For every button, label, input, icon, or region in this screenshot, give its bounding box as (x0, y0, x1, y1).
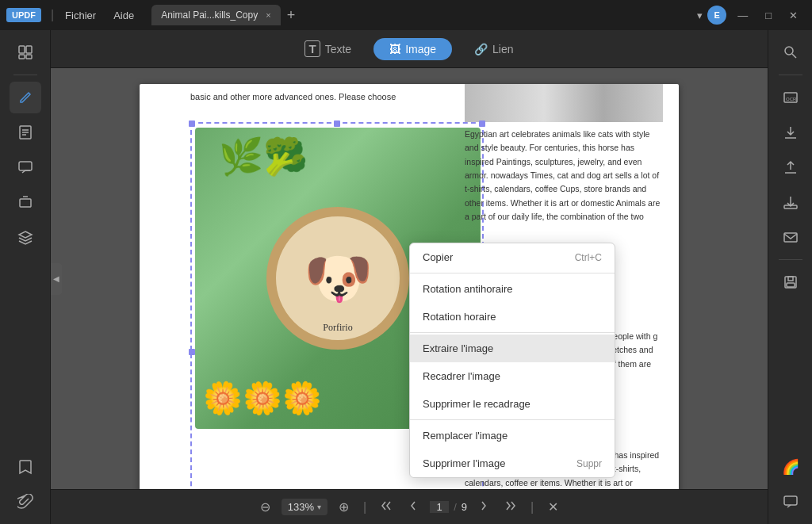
right-icon-mail[interactable] (775, 221, 806, 253)
dog-emoji: 🐶 (304, 246, 373, 311)
titlebar-dropdown[interactable]: ▾ (697, 10, 703, 21)
tab-add-button[interactable]: + (287, 7, 296, 24)
left-sidebar (0, 30, 51, 524)
current-tab[interactable]: Animal Pai...kills_Copy × (151, 5, 280, 25)
sidebar-icon-layers[interactable] (10, 221, 41, 253)
close-button[interactable]: ✕ (783, 10, 804, 21)
titlebar-right: ▾ E — □ ✕ (697, 6, 804, 25)
menu-item-extraire[interactable]: Extraire l'image (410, 335, 615, 362)
tab-area: Animal Pai...kills_Copy × + (151, 5, 697, 25)
svg-rect-24 (784, 496, 797, 505)
nav-pipe: | (530, 500, 534, 514)
right-icon-ocr[interactable]: OCR (775, 82, 806, 113)
bottom-toolbar: ⊖ 133% ▾ ⊕ | / 9 | (51, 489, 768, 524)
sidebar-icon-form[interactable] (10, 186, 41, 218)
svg-point-13 (785, 47, 793, 55)
yellow-flowers: 🌼🌼🌼 (203, 380, 322, 417)
zoom-in-button[interactable]: ⊕ (334, 496, 354, 518)
right-icon-save[interactable] (775, 266, 806, 298)
sidebar-icon-bookmark[interactable] (10, 451, 41, 483)
svg-rect-20 (784, 233, 797, 242)
right-icon-chat[interactable] (775, 486, 806, 518)
svg-text:OCR: OCR (786, 97, 797, 101)
right-sidebar-div1 (779, 75, 802, 75)
handle-tm[interactable] (334, 120, 340, 127)
image-icon: 🖼 (389, 43, 400, 55)
sidebar-icon-paperclip[interactable] (10, 486, 41, 518)
green-flowers: 🌿🥦 (219, 136, 308, 178)
tab-image[interactable]: 🖼 Image (373, 38, 452, 60)
svg-rect-0 (19, 46, 25, 53)
menu-item-recadrer[interactable]: Recadrer l'image (410, 362, 615, 390)
user-avatar[interactable]: E (707, 6, 726, 25)
maximize-button[interactable]: □ (759, 10, 778, 21)
sidebar-icon-document[interactable] (10, 117, 41, 148)
minimize-button[interactable]: — (731, 10, 754, 21)
nav-last-button[interactable] (500, 497, 521, 518)
svg-rect-9 (20, 199, 31, 207)
handle-ml[interactable] (189, 349, 195, 355)
lien-icon: 🔗 (474, 43, 488, 55)
texte-icon: T (304, 40, 320, 57)
zoom-out-button[interactable]: ⊖ (255, 496, 275, 518)
svg-rect-3 (26, 55, 32, 59)
top-toolbar: T Texte 🖼 Image 🔗 Lien (51, 30, 768, 68)
embroidery-hoop: 🐶 Porfirio (266, 207, 409, 350)
updf-logo: UPDF (6, 8, 41, 22)
nav-prev-button[interactable] (403, 497, 423, 518)
page-container: basic and other more advanced ones. Plea… (51, 68, 768, 489)
menu-divider-3 (410, 419, 615, 420)
nav-close-button[interactable]: ✕ (543, 496, 563, 518)
zoom-display: 133% ▾ (282, 499, 327, 515)
context-menu: Copier Ctrl+C Rotation antihoraire Rotat… (409, 243, 615, 478)
svg-rect-1 (26, 46, 32, 53)
menu-item-remplacer[interactable]: Remplacer l'image (410, 422, 615, 449)
tab-close-button[interactable]: × (266, 10, 270, 20)
tab-lien[interactable]: 🔗 Lien (458, 38, 529, 60)
nav-next-button[interactable] (473, 497, 494, 518)
left-edge-tab[interactable]: ◀ (51, 263, 62, 295)
handle-tl[interactable] (189, 120, 195, 127)
menu-item-copier[interactable]: Copier Ctrl+C (410, 243, 615, 271)
menu-item-rotation-anti[interactable]: Rotation antihoraire (410, 275, 615, 303)
right-icon-export[interactable] (775, 151, 806, 183)
menu-aide[interactable]: Aide (105, 6, 142, 25)
tab-texte[interactable]: T Texte (289, 36, 367, 62)
pdf-page: basic and other more advanced ones. Plea… (140, 84, 679, 489)
right-sidebar: OCR 🌈 (768, 30, 812, 524)
svg-rect-2 (19, 55, 25, 59)
texte-label: Texte (325, 43, 351, 55)
svg-rect-22 (788, 277, 793, 281)
zoom-level: 133% (288, 501, 314, 513)
right-icon-import[interactable] (775, 117, 806, 148)
dog-name: Porfirio (323, 322, 352, 334)
nav-first-button[interactable] (376, 497, 396, 518)
content-area: T Texte 🖼 Image 🔗 Lien basic and other m… (51, 30, 768, 524)
right-icon-search[interactable] (775, 36, 806, 68)
sidebar-icon-edit[interactable] (10, 82, 41, 113)
tab-title: Animal Pai...kills_Copy (161, 10, 258, 21)
menu-divider-2 (410, 332, 615, 333)
sidebar-icon-comment[interactable] (10, 151, 41, 183)
top-right-image (465, 84, 663, 122)
lien-label: Lien (492, 43, 513, 55)
right-icon-share[interactable] (775, 186, 806, 218)
menu-divider-1 (410, 273, 615, 273)
menu-item-supprimer-img[interactable]: Supprimer l'image Suppr (410, 449, 615, 477)
main-area: T Texte 🖼 Image 🔗 Lien basic and other m… (0, 30, 812, 524)
titlebar: UPDF | Fichier Aide Animal Pai...kills_C… (0, 0, 812, 30)
menu-item-rotation-hor[interactable]: Rotation horaire (410, 303, 615, 331)
menu-fichier[interactable]: Fichier (57, 6, 104, 25)
page-separator: / (454, 501, 457, 513)
page-current-input[interactable] (430, 501, 449, 513)
zoom-dropdown-arrow[interactable]: ▾ (317, 503, 321, 511)
sidebar-divider-1 (13, 75, 37, 75)
image-label: Image (405, 43, 436, 55)
page-total: 9 (462, 501, 467, 513)
document-area[interactable]: basic and other more advanced ones. Plea… (51, 68, 768, 489)
sidebar-icon-pages[interactable] (10, 36, 41, 68)
menu-item-supprimer-rec[interactable]: Supprimer le recadrage (410, 390, 615, 418)
right-icon-rainbow[interactable]: 🌈 (775, 451, 806, 483)
svg-rect-8 (19, 162, 32, 170)
titlebar-menu: Fichier Aide (57, 6, 142, 25)
